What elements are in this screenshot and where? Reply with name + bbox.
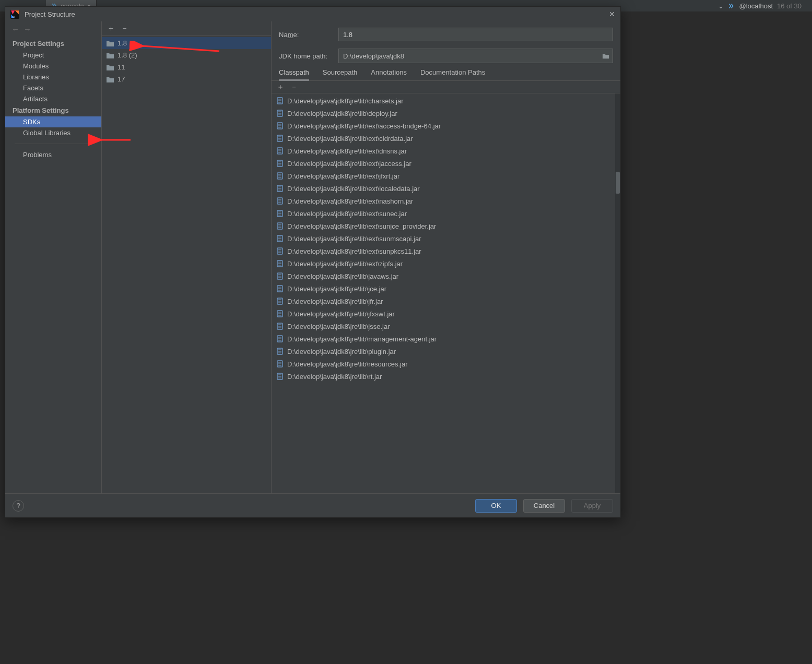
- jdk-path-value: D:\develop\java\jdk8: [339, 52, 599, 60]
- classpath-entry[interactable]: D:\develop\java\jdk8\jre\lib\deploy.jar: [274, 107, 618, 120]
- classpath-path: D:\develop\java\jdk8\jre\lib\ext\dnsns.j…: [287, 147, 407, 155]
- left-nav: ← → Project Settings ProjectModulesLibra…: [5, 21, 102, 493]
- apply-button[interactable]: Apply: [571, 499, 613, 513]
- sdk-item-label: 17: [117, 75, 125, 83]
- nav-item-artifacts[interactable]: Artifacts: [5, 93, 101, 104]
- dialog-footer: ? OK Cancel Apply: [5, 493, 620, 517]
- classpath-entry[interactable]: D:\develop\java\jdk8\jre\lib\ext\sunpkcs…: [274, 245, 618, 257]
- classpath-entry[interactable]: D:\develop\java\jdk8\jre\lib\javaws.jar: [274, 270, 618, 282]
- classpath-entry[interactable]: D:\develop\java\jdk8\jre\lib\jfxswt.jar: [274, 307, 618, 320]
- jar-icon: [277, 285, 283, 292]
- classpath-entry[interactable]: D:\develop\java\jdk8\jre\lib\ext\jfxrt.j…: [274, 170, 618, 182]
- right-count: 16 of 30: [777, 2, 802, 10]
- classpath-path: D:\develop\java\jdk8\jre\lib\management-…: [287, 335, 437, 343]
- classpath-path: D:\develop\java\jdk8\jre\lib\jsse.jar: [287, 323, 390, 330]
- sdk-item-label: 1.8 (2): [117, 51, 137, 59]
- jar-icon: [277, 360, 283, 367]
- classpath-entry[interactable]: D:\develop\java\jdk8\jre\lib\management-…: [274, 333, 618, 345]
- tab-annotations[interactable]: Annotations: [371, 66, 407, 80]
- sdk-item[interactable]: 1.8 (2): [102, 49, 271, 61]
- scrollbar[interactable]: [615, 93, 620, 493]
- label-jdk-path: JDK home path:: [279, 52, 335, 60]
- jar-icon: [277, 147, 283, 155]
- remove-sdk-button[interactable]: －: [119, 23, 130, 34]
- jar-icon: [277, 260, 283, 267]
- jar-icon: [277, 160, 283, 167]
- folder-icon: [106, 76, 114, 83]
- nav-item-facets[interactable]: Facets: [5, 82, 101, 93]
- nav-item-problems[interactable]: Problems: [5, 149, 101, 160]
- sdk-item[interactable]: 11: [102, 61, 271, 73]
- add-classpath-button[interactable]: ＋: [275, 81, 286, 93]
- sdk-list-panel: ＋ － 1.81.8 (2)1117: [102, 21, 272, 493]
- classpath-path: D:\develop\java\jdk8\jre\lib\jfxswt.jar: [287, 310, 395, 318]
- jar-icon: [277, 272, 283, 280]
- classpath-path: D:\develop\java\jdk8\jre\lib\ext\nashorn…: [287, 197, 413, 205]
- nav-back-icon[interactable]: ←: [11, 25, 19, 33]
- classpath-entry[interactable]: D:\develop\java\jdk8\jre\lib\jce.jar: [274, 282, 618, 295]
- classpath-path: D:\develop\java\jdk8\jre\lib\ext\localed…: [287, 185, 420, 193]
- classpath-toolbar: ＋ －: [272, 81, 620, 93]
- jar-icon: [277, 373, 283, 380]
- jar-icon: [277, 247, 283, 255]
- jar-icon: [277, 185, 283, 192]
- nav-header-platform-settings: Platform Settings: [5, 104, 101, 116]
- label-name: Name:: [279, 31, 335, 39]
- classpath-entry[interactable]: D:\develop\java\jdk8\jre\lib\resources.j…: [274, 358, 618, 370]
- classpath-entry[interactable]: D:\develop\java\jdk8\jre\lib\ext\sunmsca…: [274, 232, 618, 245]
- classpath-entry[interactable]: D:\develop\java\jdk8\jre\lib\ext\dnsns.j…: [274, 145, 618, 157]
- cancel-button[interactable]: Cancel: [523, 499, 565, 513]
- remove-classpath-button[interactable]: －: [288, 81, 300, 93]
- classpath-path: D:\develop\java\jdk8\jre\lib\ext\cldrdat…: [287, 135, 413, 143]
- classpath-entry[interactable]: D:\develop\java\jdk8\jre\lib\jfr.jar: [274, 295, 618, 307]
- classpath-entry[interactable]: D:\develop\java\jdk8\jre\lib\ext\sunec.j…: [274, 207, 618, 220]
- classpath-path: D:\develop\java\jdk8\jre\lib\ext\access-…: [287, 122, 441, 130]
- classpath-path: D:\develop\java\jdk8\jre\lib\jfr.jar: [287, 298, 383, 305]
- tab-sourcepath[interactable]: Sourcepath: [323, 66, 358, 80]
- classpath-entry[interactable]: D:\develop\java\jdk8\jre\lib\ext\access-…: [274, 120, 618, 132]
- classpath-path: D:\develop\java\jdk8\jre\lib\plugin.jar: [287, 348, 396, 355]
- classpath-path: D:\develop\java\jdk8\jre\lib\charsets.ja…: [287, 97, 404, 105]
- classpath-entry[interactable]: D:\develop\java\jdk8\jre\lib\rt.jar: [274, 370, 618, 383]
- jar-icon: [277, 323, 283, 330]
- jar-icon: [277, 335, 283, 342]
- jar-icon: [277, 348, 283, 355]
- classpath-entry[interactable]: D:\develop\java\jdk8\jre\lib\ext\localed…: [274, 182, 618, 195]
- classpath-path: D:\develop\java\jdk8\jre\lib\ext\zipfs.j…: [287, 260, 403, 268]
- jar-icon: [277, 122, 283, 129]
- dialog-close-button[interactable]: ✕: [609, 10, 615, 18]
- ok-button[interactable]: OK: [475, 499, 517, 513]
- sdk-name-input[interactable]: [338, 28, 613, 41]
- jdk-path-field[interactable]: D:\develop\java\jdk8: [338, 49, 613, 63]
- classpath-entry[interactable]: D:\develop\java\jdk8\jre\lib\jsse.jar: [274, 320, 618, 333]
- classpath-entry[interactable]: D:\develop\java\jdk8\jre\lib\ext\sunjce_…: [274, 220, 618, 232]
- sdk-item[interactable]: 1.8: [102, 37, 271, 49]
- classpath-entry[interactable]: D:\develop\java\jdk8\jre\lib\ext\nashorn…: [274, 195, 618, 207]
- jar-icon: [277, 222, 283, 230]
- jar-icon: [277, 298, 283, 305]
- classpath-list[interactable]: D:\develop\java\jdk8\jre\lib\charsets.ja…: [272, 93, 620, 493]
- nav-forward-icon[interactable]: →: [23, 25, 31, 33]
- classpath-entry[interactable]: D:\develop\java\jdk8\jre\lib\plugin.jar: [274, 345, 618, 358]
- add-sdk-button[interactable]: ＋: [105, 23, 116, 34]
- nav-item-modules[interactable]: Modules: [5, 61, 101, 72]
- browse-folder-icon[interactable]: [599, 49, 613, 63]
- classpath-entry[interactable]: D:\develop\java\jdk8\jre\lib\ext\zipfs.j…: [274, 257, 618, 270]
- classpath-entry[interactable]: D:\develop\java\jdk8\jre\lib\ext\jaccess…: [274, 157, 618, 170]
- right-host-label: @localhost: [739, 2, 773, 10]
- classpath-entry[interactable]: D:\develop\java\jdk8\jre\lib\charsets.ja…: [274, 94, 618, 107]
- nav-item-sdks[interactable]: SDKs: [5, 116, 101, 127]
- sdk-details-panel: Name: JDK home path: D:\develop\java\jdk…: [272, 21, 620, 493]
- jar-icon: [277, 197, 283, 205]
- sdk-item[interactable]: 17: [102, 73, 271, 85]
- classpath-path: D:\develop\java\jdk8\jre\lib\rt.jar: [287, 373, 382, 381]
- chevron-down-icon[interactable]: ⌄: [718, 2, 724, 10]
- classpath-entry[interactable]: D:\develop\java\jdk8\jre\lib\ext\cldrdat…: [274, 132, 618, 145]
- tab-classpath[interactable]: Classpath: [279, 66, 309, 81]
- nav-item-project[interactable]: Project: [5, 50, 101, 61]
- help-button[interactable]: ?: [13, 500, 24, 512]
- project-structure-dialog: Project Structure ✕ ← → Project Settings…: [5, 6, 621, 518]
- nav-item-global-libraries[interactable]: Global Libraries: [5, 127, 101, 138]
- nav-item-libraries[interactable]: Libraries: [5, 72, 101, 82]
- tab-documentation-paths[interactable]: Documentation Paths: [420, 66, 485, 80]
